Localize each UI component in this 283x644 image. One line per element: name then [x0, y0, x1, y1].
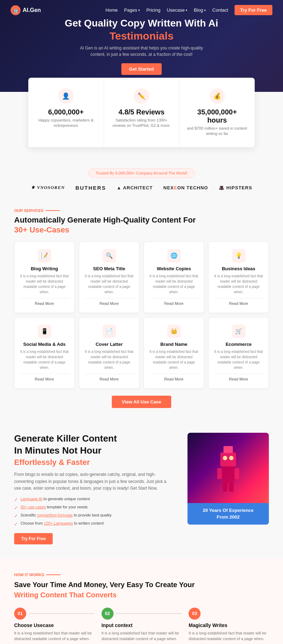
feature-link-4[interactable]: 120+ Languages: [44, 521, 73, 525]
stat-number-2: 4.8/5 Reviews: [111, 108, 172, 116]
logo-text: AI.Gen: [23, 7, 41, 13]
service-blog-writing: 📝 Blog Writing It is a long established …: [14, 242, 75, 313]
service-desc-1: It is a long established fact that reade…: [19, 273, 69, 295]
chevron-icon: ▾: [138, 8, 140, 12]
chevron-icon: ▾: [204, 8, 206, 12]
stat-number-1: 6,000,000+: [35, 108, 97, 116]
social-icon: 📱: [38, 325, 51, 338]
nav-home[interactable]: Home: [105, 7, 118, 13]
feature-3: ✓ Scientific copywriting formulas to pro…: [14, 513, 173, 519]
service-name-4: Business Ideas: [214, 266, 264, 271]
generate-right: 20 Years Of Experience From 2002: [187, 433, 269, 525]
read-more-2[interactable]: Read More: [84, 298, 134, 306]
nav-contact[interactable]: Contact: [212, 7, 228, 13]
nav-pricing[interactable]: Pricing: [146, 7, 161, 13]
services-section: OUR SERVICES Automatically Generate High…: [0, 201, 283, 419]
step-number-3: 03: [189, 608, 201, 620]
service-name-8: Ecommerce: [214, 342, 264, 347]
feature-list: ✓ Language AI to generate unique content…: [14, 497, 173, 527]
business-icon: 💡: [232, 249, 246, 262]
generate-cta-button[interactable]: Try For Free: [14, 533, 53, 544]
services-grid-row1: 📝 Blog Writing It is a long established …: [14, 242, 269, 313]
svg-rect-3: [235, 468, 239, 479]
generate-subtitle: Effortlessly & Faster: [14, 458, 173, 467]
check-icon-4: ✓: [14, 521, 18, 527]
stats-section: 👤 6,000,000+ Happy copywriters, marketer…: [28, 78, 255, 147]
check-icon-1: ✓: [14, 497, 18, 502]
service-name-6: Cover Latter: [84, 342, 134, 347]
chevron-icon: ▾: [186, 8, 187, 12]
step-desc-3: It is a long established fact that reade…: [189, 630, 269, 642]
service-brand: 👑 Brand Name It is a long established fa…: [144, 317, 204, 389]
service-ecommerce: 🛒 Ecommerce It is a long established fac…: [208, 317, 269, 389]
read-more-5[interactable]: Read More: [19, 374, 69, 381]
service-name-2: SEO Meta Title: [84, 266, 134, 271]
read-more-6[interactable]: Read More: [84, 374, 134, 381]
svg-rect-6: [224, 446, 233, 453]
hero-description: Ai Gen is an AI writing assistant that h…: [74, 45, 209, 58]
read-more-7[interactable]: Read More: [149, 374, 199, 381]
step-number-2: 02: [102, 608, 114, 620]
nav-cta-button[interactable]: Try For Free: [235, 5, 272, 15]
svg-point-7: [223, 456, 227, 460]
step-title-1: Choose Usecase: [14, 622, 94, 628]
seo-icon: 🔍: [103, 249, 116, 262]
service-desc-8: It is a long established fact that reade…: [214, 349, 264, 370]
stat-icon-users: 👤: [58, 88, 74, 104]
read-more-4[interactable]: Read More: [214, 298, 264, 306]
nav-links: Home Pages ▾ Pricing Usecase ▾ Blog ▾ Co…: [105, 5, 272, 15]
how-tag: HOW IT WORKS: [14, 573, 269, 577]
feature-1: ✓ Language AI to generate unique content: [14, 497, 173, 502]
svg-rect-0: [220, 452, 236, 466]
stat-card-3: 💰 35,000,000+ hours and $700 million+ sa…: [179, 78, 255, 147]
read-more-8[interactable]: Read More: [214, 374, 264, 381]
step-num-wrapper-2: 02: [102, 608, 182, 620]
feature-link-1[interactable]: Language AI: [21, 497, 42, 501]
step-num-wrapper-1: 01: [14, 608, 94, 620]
feature-link-3[interactable]: copywriting formulas: [37, 513, 73, 517]
logo-icon: 🤖: [11, 5, 21, 15]
hero-cta-button[interactable]: Get Started: [121, 63, 162, 75]
feature-2: ✓ 30+ use cases template for your needs: [14, 505, 173, 510]
trusted-section: Trusted By 6,000,000+ Company Arround Th…: [0, 161, 283, 201]
stat-desc-1: Happy copywriters, marketers & entrepren…: [35, 118, 97, 129]
service-desc-4: It is a long established fact that reade…: [214, 273, 264, 295]
service-website: 🌐 Website Copies It is a long establishe…: [144, 242, 204, 313]
service-name-1: Blog Writing: [19, 266, 69, 271]
brand-nexeon: nexEon TECHNO: [163, 185, 208, 190]
service-desc-3: It is a long established fact that reade…: [149, 273, 199, 295]
cover-icon: 📄: [103, 325, 116, 338]
view-all-button[interactable]: View All Use Case: [112, 396, 171, 408]
brand-buthers: BUTHERS: [75, 185, 106, 191]
feature-4: ✓ Choose from 120+ Languages to written …: [14, 521, 173, 527]
step-desc-2: It is a long established fact that reade…: [102, 630, 182, 642]
step-number-1: 01: [14, 608, 26, 620]
navigation: 🤖 AI.Gen Home Pages ▾ Pricing Usecase ▾ …: [0, 0, 283, 20]
step-connector-1: [29, 613, 94, 614]
generate-left: Generate Killer ContentIn Minutes Not Ho…: [14, 433, 173, 544]
services-subtitle: 30+ Use-Cases: [14, 225, 269, 235]
svg-rect-1: [222, 466, 235, 482]
website-icon: 🌐: [167, 249, 181, 262]
stat-icon-hours: 💰: [209, 88, 225, 104]
service-seo: 🔍 SEO Meta Title It is a long establishe…: [79, 242, 139, 313]
step-desc-1: It is a long established fact that reade…: [14, 630, 94, 642]
stat-card-2: ✏️ 4.8/5 Reviews Satisfaction rating fro…: [104, 78, 180, 147]
feature-link-2[interactable]: 30+ use cases: [21, 505, 46, 509]
nav-pages[interactable]: Pages ▾: [124, 7, 140, 13]
brand-vnosoren: ⚜ VNOSOREN: [31, 185, 65, 190]
step-2: 02 Input context It is a long establishe…: [102, 608, 182, 642]
read-more-3[interactable]: Read More: [149, 298, 199, 306]
blog-writing-icon: 📝: [38, 249, 51, 262]
service-desc-5: It is a long established fact that reade…: [19, 349, 69, 370]
read-more-1[interactable]: Read More: [19, 298, 69, 306]
svg-rect-5: [229, 482, 233, 492]
nav-usecase[interactable]: Usecase ▾: [167, 7, 187, 13]
nav-blog[interactable]: Blog ▾: [194, 7, 206, 13]
step-title-3: Magically Writes: [189, 622, 269, 628]
logo: 🤖 AI.Gen: [11, 5, 41, 15]
generate-image: 20 Years Of Experience From 2002: [187, 433, 269, 525]
step-connector-2: [116, 613, 182, 614]
services-title: Automatically Generate High-Quality Cont…: [14, 215, 269, 225]
step-1: 01 Choose Usecase It is a long establish…: [14, 608, 94, 642]
